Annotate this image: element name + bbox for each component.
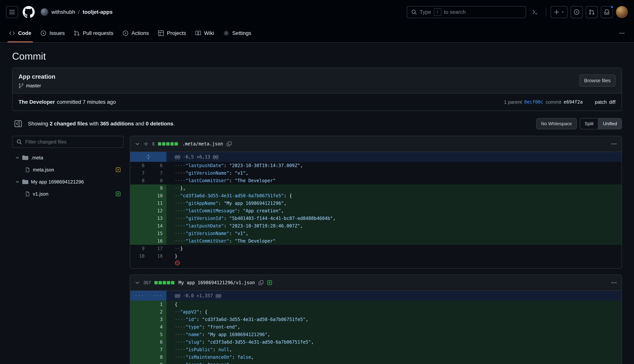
file-menu-kebab-icon[interactable] xyxy=(611,280,617,286)
new-line-number[interactable]: 4 xyxy=(148,323,166,331)
old-line-number[interactable] xyxy=(130,301,148,308)
diff-line: 1{ xyxy=(130,301,621,308)
patch-link[interactable]: patch xyxy=(595,99,607,105)
new-line-number[interactable]: 11 xyxy=(148,200,166,207)
new-line-number[interactable]: 9 xyxy=(148,361,166,364)
file-tree-sidebar: Filter changed files .metameta.jsonMy ap… xyxy=(12,136,124,200)
old-line-number[interactable] xyxy=(130,237,148,245)
new-line-number[interactable]: 7 xyxy=(148,346,166,354)
new-line-number[interactable]: 2 xyxy=(148,308,166,316)
tab-settings[interactable]: Settings xyxy=(220,24,254,42)
tree-file-meta.json[interactable]: meta.json xyxy=(12,164,124,176)
old-line-number[interactable]: 10 xyxy=(130,252,148,260)
old-line-number[interactable] xyxy=(130,346,148,354)
pull-requests-button[interactable] xyxy=(586,6,598,18)
diff-line: 11····"gitAppName": "My app 169869412129… xyxy=(130,200,621,207)
tree-folder-.meta[interactable]: .meta xyxy=(12,152,124,164)
tab-pull-requests[interactable]: Pull requests xyxy=(71,24,117,42)
old-line-number[interactable]: 6 xyxy=(130,162,148,169)
new-line-number[interactable]: 8 xyxy=(148,177,166,184)
diff-line: 14····"lastpushDate": "2023-10-30T19:28:… xyxy=(130,222,621,230)
new-line-number[interactable]: 16 xyxy=(148,237,166,245)
new-line-number[interactable]: 17 xyxy=(148,245,166,252)
new-line-number[interactable]: 12 xyxy=(148,207,166,215)
new-line-number[interactable]: 3 xyxy=(148,316,166,323)
new-line-number[interactable]: 9 xyxy=(148,184,166,192)
old-line-number[interactable]: 7 xyxy=(130,169,148,177)
new-line-number[interactable]: 10 xyxy=(148,192,166,200)
breadcrumb-repo[interactable]: tooljet-apps xyxy=(83,9,113,15)
old-line-number[interactable] xyxy=(130,316,148,323)
user-avatar[interactable] xyxy=(616,6,628,18)
nav-overflow-button[interactable] xyxy=(616,27,628,39)
split-view-button[interactable]: Split xyxy=(580,118,598,129)
new-line-number[interactable]: 8 xyxy=(148,354,166,361)
hamburger-menu-button[interactable] xyxy=(6,6,18,18)
drag-handle-icon[interactable] xyxy=(143,141,149,146)
code-icon xyxy=(9,30,15,36)
diff-code: ····"isPublic": null, xyxy=(166,346,621,354)
diff-code: ··"cd3f3a6d-3d55-4e31-ad50-6a7b06751fe5"… xyxy=(166,192,621,200)
diff-link[interactable]: diff xyxy=(609,99,615,105)
tab-wiki[interactable]: Wiki xyxy=(192,24,217,42)
file-path[interactable]: My app 1698694121296/v1.json xyxy=(179,280,255,285)
old-line-number[interactable] xyxy=(130,331,148,338)
file-path[interactable]: .meta/meta.json xyxy=(182,141,223,146)
command-palette-button[interactable] xyxy=(529,6,541,18)
old-line-number[interactable] xyxy=(130,323,148,331)
new-line-number[interactable]: 5 xyxy=(148,331,166,338)
old-line-number[interactable] xyxy=(130,222,148,230)
github-logo[interactable] xyxy=(23,6,35,18)
tab-label: Actions xyxy=(132,30,149,36)
tab-issues[interactable]: Issues xyxy=(37,24,68,42)
branch-name[interactable]: master xyxy=(26,83,41,89)
issues-button[interactable] xyxy=(571,6,583,18)
notifications-button[interactable] xyxy=(601,6,613,18)
search-input[interactable]: Type / to search xyxy=(407,6,526,18)
chevron-down-icon[interactable] xyxy=(135,280,140,285)
new-line-number[interactable]: 7 xyxy=(148,169,166,177)
old-line-number[interactable]: 9 xyxy=(130,245,148,252)
old-line-number[interactable] xyxy=(130,184,148,192)
new-line-number[interactable]: 13 xyxy=(148,215,166,222)
expand-hunk-button[interactable] xyxy=(130,152,166,162)
old-line-number[interactable]: 8 xyxy=(130,177,148,184)
no-whitespace-button[interactable]: No Whitespace xyxy=(536,118,577,130)
commit-author[interactable]: The Developer xyxy=(19,99,55,105)
old-line-number[interactable] xyxy=(130,308,148,316)
file-menu-kebab-icon[interactable] xyxy=(611,141,617,147)
old-line-number[interactable] xyxy=(130,230,148,237)
copy-icon[interactable] xyxy=(226,141,232,146)
changes-count: 8 xyxy=(152,141,155,146)
browse-files-button[interactable]: Browse files xyxy=(579,74,615,86)
old-line-number[interactable] xyxy=(130,200,148,207)
new-line-number[interactable]: 15 xyxy=(148,230,166,237)
old-line-number[interactable] xyxy=(130,207,148,215)
copy-icon[interactable] xyxy=(258,280,264,285)
new-line-number[interactable]: 1 xyxy=(148,301,166,308)
unified-view-button[interactable]: Unified xyxy=(598,118,621,129)
old-line-number[interactable] xyxy=(130,361,148,364)
create-new-button[interactable] xyxy=(551,6,567,18)
tree-file-v1.json[interactable]: v1.json xyxy=(12,188,124,200)
old-line-number[interactable] xyxy=(130,338,148,346)
old-line-number[interactable] xyxy=(130,354,148,361)
diff-line: 13····"gitVersionId": "5b401403-f144-4c4… xyxy=(130,215,621,222)
file-tree-toggle-button[interactable] xyxy=(12,118,24,130)
filter-files-input[interactable]: Filter changed files xyxy=(12,136,124,148)
search-icon xyxy=(411,9,417,15)
new-line-number[interactable]: 14 xyxy=(148,222,166,230)
new-line-number[interactable]: 18 xyxy=(148,252,166,260)
parent-sha-link[interactable]: 0ecf00c xyxy=(524,100,543,105)
tab-actions[interactable]: Actions xyxy=(120,24,152,42)
tab-code[interactable]: Code xyxy=(6,24,34,42)
new-line-number[interactable]: 6 xyxy=(148,162,166,169)
old-line-number[interactable] xyxy=(130,192,148,200)
old-line-number[interactable] xyxy=(130,215,148,222)
breadcrumb-owner[interactable]: withshubh xyxy=(51,9,75,15)
tab-projects[interactable]: Projects xyxy=(155,24,189,42)
search-icon xyxy=(16,139,22,145)
new-line-number[interactable]: 6 xyxy=(148,338,166,346)
chevron-down-icon[interactable] xyxy=(135,141,140,146)
tree-folder-my-app-1698694121296[interactable]: My app 1698694121296 xyxy=(12,176,124,188)
